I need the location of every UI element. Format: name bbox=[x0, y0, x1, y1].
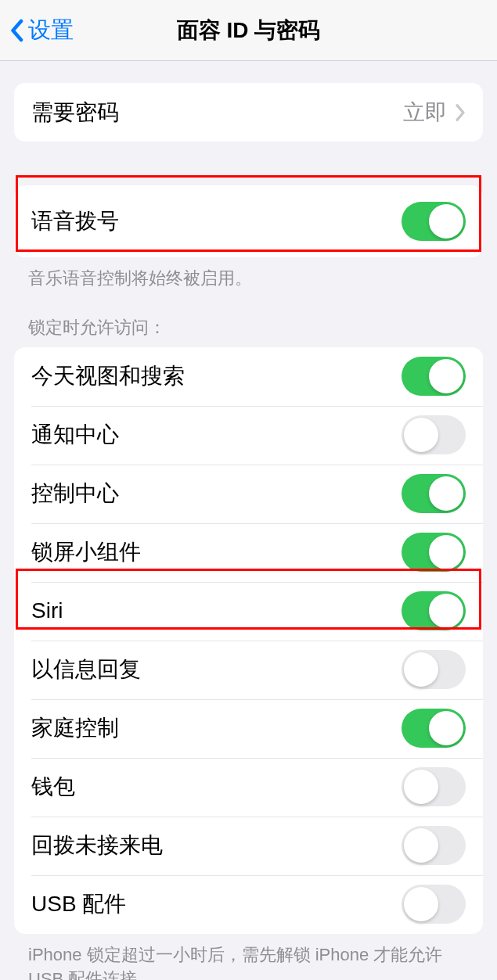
locked-access-label: 以信息回复 bbox=[31, 655, 141, 684]
page-title: 面容 ID 与密码 bbox=[0, 16, 497, 45]
locked-access-label: 控制中心 bbox=[31, 479, 119, 508]
locked-access-toggle[interactable] bbox=[402, 767, 466, 806]
locked-access-row: Siri bbox=[14, 582, 483, 641]
locked-access-row: 通知中心 bbox=[14, 406, 483, 465]
locked-access-label: USB 配件 bbox=[31, 889, 126, 919]
locked-access-row: 控制中心 bbox=[14, 465, 483, 523]
require-passcode-label: 需要密码 bbox=[31, 98, 119, 127]
locked-access-label: 今天视图和搜索 bbox=[31, 361, 185, 391]
require-passcode-value: 立即 bbox=[403, 98, 447, 127]
locked-access-toggle[interactable] bbox=[402, 709, 466, 748]
locked-access-header: 锁定时允许访问： bbox=[28, 316, 469, 339]
chevron-left-icon bbox=[9, 19, 23, 42]
locked-access-row: 回拨未接来电 bbox=[14, 817, 483, 875]
locked-access-toggle[interactable] bbox=[402, 885, 466, 924]
locked-access-toggle[interactable] bbox=[402, 474, 466, 513]
locked-access-toggle[interactable] bbox=[402, 415, 466, 454]
locked-access-label: 通知中心 bbox=[31, 420, 119, 450]
locked-access-label: 回拨未接来电 bbox=[31, 831, 163, 860]
locked-access-group: 今天视图和搜索通知中心控制中心锁屏小组件Siri以信息回复家庭控制钱包回拨未接来… bbox=[14, 347, 483, 934]
locked-access-footer: iPhone 锁定超过一小时后，需先解锁 iPhone 才能允许USB 配件连接… bbox=[28, 943, 469, 980]
voice-dial-row: 语音拨号 bbox=[14, 185, 483, 257]
locked-access-row: USB 配件 bbox=[14, 875, 483, 934]
locked-access-row: 锁屏小组件 bbox=[14, 523, 483, 582]
locked-access-row: 今天视图和搜索 bbox=[14, 347, 483, 406]
voice-dial-label: 语音拨号 bbox=[31, 206, 119, 236]
chevron-right-icon bbox=[455, 103, 466, 122]
locked-access-label: 钱包 bbox=[31, 772, 75, 802]
voice-dial-toggle[interactable] bbox=[402, 202, 466, 241]
locked-access-label: 锁屏小组件 bbox=[31, 537, 141, 567]
voice-dial-footer: 音乐语音控制将始终被启用。 bbox=[28, 267, 469, 291]
nav-bar: 设置 面容 ID 与密码 bbox=[0, 0, 497, 61]
back-label: 设置 bbox=[28, 15, 74, 46]
voice-dial-group: 语音拨号 bbox=[14, 185, 483, 257]
locked-access-row: 家庭控制 bbox=[14, 699, 483, 758]
locked-access-row: 以信息回复 bbox=[14, 641, 483, 699]
locked-access-toggle[interactable] bbox=[402, 357, 466, 396]
locked-access-row: 钱包 bbox=[14, 758, 483, 817]
require-passcode-group: 需要密码 立即 bbox=[14, 83, 483, 142]
locked-access-label: Siri bbox=[31, 598, 63, 623]
locked-access-toggle[interactable] bbox=[402, 591, 466, 630]
require-passcode-row[interactable]: 需要密码 立即 bbox=[14, 83, 483, 142]
locked-access-toggle[interactable] bbox=[402, 826, 466, 865]
locked-access-label: 家庭控制 bbox=[31, 713, 119, 743]
locked-access-toggle[interactable] bbox=[402, 650, 466, 689]
locked-access-toggle[interactable] bbox=[402, 533, 466, 572]
back-button[interactable]: 设置 bbox=[9, 15, 74, 46]
